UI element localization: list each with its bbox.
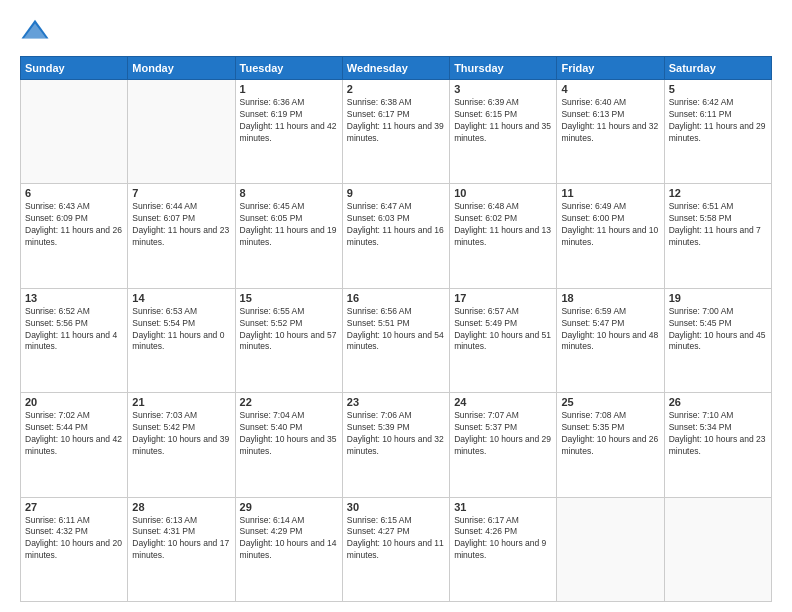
day-info: Sunrise: 7:06 AM Sunset: 5:39 PM Dayligh… [347,410,445,458]
day-number: 21 [132,396,230,408]
weekday-header-thursday: Thursday [450,57,557,80]
day-info: Sunrise: 7:00 AM Sunset: 5:45 PM Dayligh… [669,306,767,354]
day-info: Sunrise: 6:52 AM Sunset: 5:56 PM Dayligh… [25,306,123,354]
day-info: Sunrise: 6:53 AM Sunset: 5:54 PM Dayligh… [132,306,230,354]
day-number: 15 [240,292,338,304]
day-number: 29 [240,501,338,513]
day-info: Sunrise: 6:14 AM Sunset: 4:29 PM Dayligh… [240,515,338,563]
day-number: 6 [25,187,123,199]
day-info: Sunrise: 7:07 AM Sunset: 5:37 PM Dayligh… [454,410,552,458]
day-number: 5 [669,83,767,95]
day-number: 24 [454,396,552,408]
day-info: Sunrise: 7:02 AM Sunset: 5:44 PM Dayligh… [25,410,123,458]
day-number: 18 [561,292,659,304]
day-cell: 19Sunrise: 7:00 AM Sunset: 5:45 PM Dayli… [664,288,771,392]
day-cell: 12Sunrise: 6:51 AM Sunset: 5:58 PM Dayli… [664,184,771,288]
weekday-header-tuesday: Tuesday [235,57,342,80]
day-cell: 8Sunrise: 6:45 AM Sunset: 6:05 PM Daylig… [235,184,342,288]
logo [20,16,54,46]
day-number: 16 [347,292,445,304]
day-cell: 1Sunrise: 6:36 AM Sunset: 6:19 PM Daylig… [235,80,342,184]
day-number: 12 [669,187,767,199]
day-number: 7 [132,187,230,199]
day-cell: 7Sunrise: 6:44 AM Sunset: 6:07 PM Daylig… [128,184,235,288]
day-info: Sunrise: 6:42 AM Sunset: 6:11 PM Dayligh… [669,97,767,145]
day-number: 30 [347,501,445,513]
week-row-3: 13Sunrise: 6:52 AM Sunset: 5:56 PM Dayli… [21,288,772,392]
day-info: Sunrise: 6:49 AM Sunset: 6:00 PM Dayligh… [561,201,659,249]
day-info: Sunrise: 6:40 AM Sunset: 6:13 PM Dayligh… [561,97,659,145]
day-cell: 27Sunrise: 6:11 AM Sunset: 4:32 PM Dayli… [21,497,128,601]
day-number: 2 [347,83,445,95]
day-info: Sunrise: 7:08 AM Sunset: 5:35 PM Dayligh… [561,410,659,458]
day-number: 17 [454,292,552,304]
day-cell: 24Sunrise: 7:07 AM Sunset: 5:37 PM Dayli… [450,393,557,497]
day-info: Sunrise: 7:04 AM Sunset: 5:40 PM Dayligh… [240,410,338,458]
day-number: 22 [240,396,338,408]
day-cell: 18Sunrise: 6:59 AM Sunset: 5:47 PM Dayli… [557,288,664,392]
day-cell: 9Sunrise: 6:47 AM Sunset: 6:03 PM Daylig… [342,184,449,288]
day-info: Sunrise: 6:45 AM Sunset: 6:05 PM Dayligh… [240,201,338,249]
day-info: Sunrise: 6:36 AM Sunset: 6:19 PM Dayligh… [240,97,338,145]
day-cell [557,497,664,601]
day-number: 14 [132,292,230,304]
day-info: Sunrise: 6:17 AM Sunset: 4:26 PM Dayligh… [454,515,552,563]
day-cell: 30Sunrise: 6:15 AM Sunset: 4:27 PM Dayli… [342,497,449,601]
day-cell: 5Sunrise: 6:42 AM Sunset: 6:11 PM Daylig… [664,80,771,184]
day-cell [664,497,771,601]
day-number: 11 [561,187,659,199]
day-info: Sunrise: 6:15 AM Sunset: 4:27 PM Dayligh… [347,515,445,563]
day-number: 27 [25,501,123,513]
day-cell: 23Sunrise: 7:06 AM Sunset: 5:39 PM Dayli… [342,393,449,497]
day-info: Sunrise: 7:10 AM Sunset: 5:34 PM Dayligh… [669,410,767,458]
day-cell [21,80,128,184]
day-info: Sunrise: 6:48 AM Sunset: 6:02 PM Dayligh… [454,201,552,249]
weekday-header-saturday: Saturday [664,57,771,80]
day-number: 1 [240,83,338,95]
week-row-1: 1Sunrise: 6:36 AM Sunset: 6:19 PM Daylig… [21,80,772,184]
day-cell: 4Sunrise: 6:40 AM Sunset: 6:13 PM Daylig… [557,80,664,184]
day-number: 13 [25,292,123,304]
week-row-5: 27Sunrise: 6:11 AM Sunset: 4:32 PM Dayli… [21,497,772,601]
day-number: 10 [454,187,552,199]
day-info: Sunrise: 6:39 AM Sunset: 6:15 PM Dayligh… [454,97,552,145]
day-number: 19 [669,292,767,304]
day-cell: 3Sunrise: 6:39 AM Sunset: 6:15 PM Daylig… [450,80,557,184]
weekday-header-wednesday: Wednesday [342,57,449,80]
day-info: Sunrise: 6:13 AM Sunset: 4:31 PM Dayligh… [132,515,230,563]
weekday-header-friday: Friday [557,57,664,80]
day-cell: 14Sunrise: 6:53 AM Sunset: 5:54 PM Dayli… [128,288,235,392]
header [20,16,772,46]
day-info: Sunrise: 6:51 AM Sunset: 5:58 PM Dayligh… [669,201,767,249]
day-number: 31 [454,501,552,513]
weekday-header-monday: Monday [128,57,235,80]
day-number: 4 [561,83,659,95]
day-info: Sunrise: 6:43 AM Sunset: 6:09 PM Dayligh… [25,201,123,249]
day-cell: 2Sunrise: 6:38 AM Sunset: 6:17 PM Daylig… [342,80,449,184]
day-number: 9 [347,187,445,199]
day-info: Sunrise: 6:57 AM Sunset: 5:49 PM Dayligh… [454,306,552,354]
day-cell: 15Sunrise: 6:55 AM Sunset: 5:52 PM Dayli… [235,288,342,392]
day-cell: 25Sunrise: 7:08 AM Sunset: 5:35 PM Dayli… [557,393,664,497]
day-cell: 11Sunrise: 6:49 AM Sunset: 6:00 PM Dayli… [557,184,664,288]
day-cell: 6Sunrise: 6:43 AM Sunset: 6:09 PM Daylig… [21,184,128,288]
day-info: Sunrise: 6:44 AM Sunset: 6:07 PM Dayligh… [132,201,230,249]
day-cell: 28Sunrise: 6:13 AM Sunset: 4:31 PM Dayli… [128,497,235,601]
day-cell: 20Sunrise: 7:02 AM Sunset: 5:44 PM Dayli… [21,393,128,497]
day-number: 23 [347,396,445,408]
calendar-table: SundayMondayTuesdayWednesdayThursdayFrid… [20,56,772,602]
day-info: Sunrise: 6:59 AM Sunset: 5:47 PM Dayligh… [561,306,659,354]
day-cell: 22Sunrise: 7:04 AM Sunset: 5:40 PM Dayli… [235,393,342,497]
day-info: Sunrise: 6:47 AM Sunset: 6:03 PM Dayligh… [347,201,445,249]
day-number: 28 [132,501,230,513]
page: SundayMondayTuesdayWednesdayThursdayFrid… [0,0,792,612]
day-info: Sunrise: 6:11 AM Sunset: 4:32 PM Dayligh… [25,515,123,563]
day-cell: 13Sunrise: 6:52 AM Sunset: 5:56 PM Dayli… [21,288,128,392]
day-number: 20 [25,396,123,408]
day-cell: 21Sunrise: 7:03 AM Sunset: 5:42 PM Dayli… [128,393,235,497]
weekday-header-sunday: Sunday [21,57,128,80]
day-number: 3 [454,83,552,95]
day-info: Sunrise: 6:38 AM Sunset: 6:17 PM Dayligh… [347,97,445,145]
day-info: Sunrise: 7:03 AM Sunset: 5:42 PM Dayligh… [132,410,230,458]
weekday-header-row: SundayMondayTuesdayWednesdayThursdayFrid… [21,57,772,80]
